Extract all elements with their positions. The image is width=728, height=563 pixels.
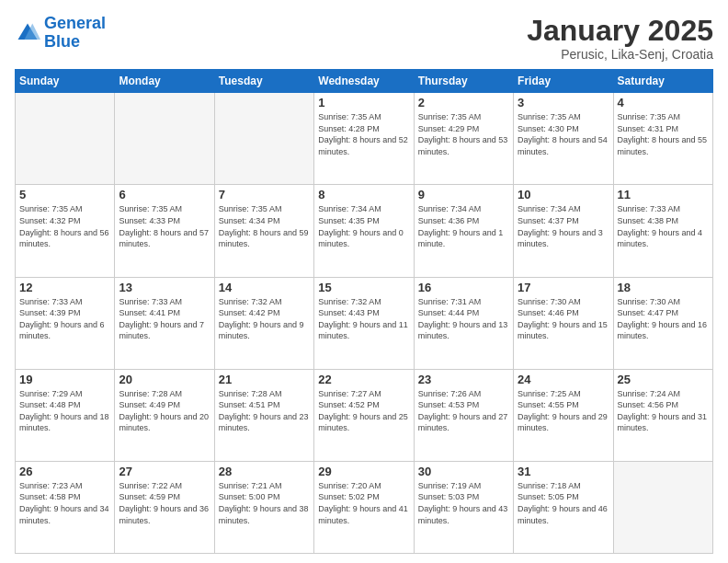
calendar-cell: 4Sunrise: 7:35 AM Sunset: 4:31 PM Daylig… — [613, 93, 712, 185]
day-number: 29 — [318, 465, 409, 478]
day-number: 2 — [418, 96, 509, 109]
day-info: Sunrise: 7:22 AM Sunset: 4:59 PM Dayligh… — [119, 480, 210, 526]
day-info: Sunrise: 7:30 AM Sunset: 4:47 PM Dayligh… — [618, 296, 709, 342]
logo-icon — [15, 20, 40, 46]
calendar-cell: 6Sunrise: 7:35 AM Sunset: 4:33 PM Daylig… — [115, 185, 214, 277]
calendar-cell: 2Sunrise: 7:35 AM Sunset: 4:29 PM Daylig… — [414, 93, 513, 185]
calendar-cell: 29Sunrise: 7:20 AM Sunset: 5:02 PM Dayli… — [314, 461, 414, 553]
calendar-cell: 10Sunrise: 7:34 AM Sunset: 4:37 PM Dayli… — [514, 185, 613, 277]
day-info: Sunrise: 7:35 AM Sunset: 4:30 PM Dayligh… — [518, 111, 609, 157]
day-info: Sunrise: 7:19 AM Sunset: 5:03 PM Dayligh… — [418, 480, 509, 526]
day-info: Sunrise: 7:32 AM Sunset: 4:42 PM Dayligh… — [219, 296, 310, 342]
calendar-cell — [115, 93, 214, 185]
day-info: Sunrise: 7:28 AM Sunset: 4:51 PM Dayligh… — [219, 388, 310, 434]
day-number: 3 — [518, 96, 609, 109]
calendar-week-row: 1Sunrise: 7:35 AM Sunset: 4:28 PM Daylig… — [16, 93, 713, 185]
calendar-cell: 27Sunrise: 7:22 AM Sunset: 4:59 PM Dayli… — [115, 461, 214, 553]
day-number: 1 — [318, 96, 409, 109]
calendar-cell: 22Sunrise: 7:27 AM Sunset: 4:52 PM Dayli… — [314, 369, 414, 461]
day-number: 11 — [618, 188, 709, 201]
calendar-cell: 26Sunrise: 7:23 AM Sunset: 4:58 PM Dayli… — [16, 461, 115, 553]
day-info: Sunrise: 7:34 AM Sunset: 4:36 PM Dayligh… — [418, 203, 509, 249]
calendar-cell: 30Sunrise: 7:19 AM Sunset: 5:03 PM Dayli… — [414, 461, 513, 553]
day-info: Sunrise: 7:33 AM Sunset: 4:41 PM Dayligh… — [119, 296, 210, 342]
day-info: Sunrise: 7:35 AM Sunset: 4:31 PM Dayligh… — [618, 111, 709, 157]
calendar-week-row: 19Sunrise: 7:29 AM Sunset: 4:48 PM Dayli… — [16, 369, 713, 461]
day-info: Sunrise: 7:20 AM Sunset: 5:02 PM Dayligh… — [318, 480, 409, 526]
calendar-cell: 8Sunrise: 7:34 AM Sunset: 4:35 PM Daylig… — [314, 185, 414, 277]
day-info: Sunrise: 7:32 AM Sunset: 4:43 PM Dayligh… — [318, 296, 409, 342]
day-number: 26 — [19, 465, 110, 478]
day-number: 30 — [418, 465, 509, 478]
day-info: Sunrise: 7:34 AM Sunset: 4:37 PM Dayligh… — [518, 203, 609, 249]
calendar-table: SundayMondayTuesdayWednesdayThursdayFrid… — [15, 69, 713, 554]
day-number: 22 — [318, 373, 409, 386]
calendar-col-header-tuesday: Tuesday — [214, 70, 313, 93]
day-number: 20 — [119, 373, 210, 386]
calendar-cell: 31Sunrise: 7:18 AM Sunset: 5:05 PM Dayli… — [514, 461, 613, 553]
day-number: 31 — [518, 465, 609, 478]
calendar-cell: 28Sunrise: 7:21 AM Sunset: 5:00 PM Dayli… — [214, 461, 313, 553]
calendar-col-header-saturday: Saturday — [613, 70, 712, 93]
day-number: 19 — [19, 373, 110, 386]
day-info: Sunrise: 7:30 AM Sunset: 4:46 PM Dayligh… — [518, 296, 609, 342]
calendar-cell: 20Sunrise: 7:28 AM Sunset: 4:49 PM Dayli… — [115, 369, 214, 461]
day-info: Sunrise: 7:29 AM Sunset: 4:48 PM Dayligh… — [19, 388, 110, 434]
calendar-cell: 25Sunrise: 7:24 AM Sunset: 4:56 PM Dayli… — [613, 369, 712, 461]
calendar-cell: 19Sunrise: 7:29 AM Sunset: 4:48 PM Dayli… — [16, 369, 115, 461]
calendar-col-header-friday: Friday — [514, 70, 613, 93]
day-number: 21 — [219, 373, 310, 386]
calendar-cell: 1Sunrise: 7:35 AM Sunset: 4:28 PM Daylig… — [314, 93, 414, 185]
day-number: 15 — [318, 281, 409, 294]
calendar-header-row: SundayMondayTuesdayWednesdayThursdayFrid… — [16, 70, 713, 93]
day-info: Sunrise: 7:31 AM Sunset: 4:44 PM Dayligh… — [418, 296, 509, 342]
calendar-week-row: 12Sunrise: 7:33 AM Sunset: 4:39 PM Dayli… — [16, 277, 713, 369]
calendar-cell: 9Sunrise: 7:34 AM Sunset: 4:36 PM Daylig… — [414, 185, 513, 277]
day-number: 8 — [318, 188, 409, 201]
calendar-week-row: 5Sunrise: 7:35 AM Sunset: 4:32 PM Daylig… — [16, 185, 713, 277]
day-info: Sunrise: 7:23 AM Sunset: 4:58 PM Dayligh… — [19, 480, 110, 526]
calendar-cell: 21Sunrise: 7:28 AM Sunset: 4:51 PM Dayli… — [214, 369, 313, 461]
day-number: 9 — [418, 188, 509, 201]
day-number: 13 — [119, 281, 210, 294]
day-number: 4 — [618, 96, 709, 109]
day-info: Sunrise: 7:35 AM Sunset: 4:33 PM Dayligh… — [119, 203, 210, 249]
month-title: January 2025 — [527, 15, 713, 47]
day-info: Sunrise: 7:34 AM Sunset: 4:35 PM Dayligh… — [318, 203, 409, 249]
day-number: 5 — [19, 188, 110, 201]
calendar-cell: 15Sunrise: 7:32 AM Sunset: 4:43 PM Dayli… — [314, 277, 414, 369]
day-info: Sunrise: 7:33 AM Sunset: 4:38 PM Dayligh… — [618, 203, 709, 249]
day-number: 14 — [219, 281, 310, 294]
calendar-cell: 18Sunrise: 7:30 AM Sunset: 4:47 PM Dayli… — [613, 277, 712, 369]
day-number: 7 — [219, 188, 310, 201]
page: GeneralBlue January 2025 Perusic, Lika-S… — [0, 0, 728, 563]
day-info: Sunrise: 7:26 AM Sunset: 4:53 PM Dayligh… — [418, 388, 509, 434]
day-info: Sunrise: 7:24 AM Sunset: 4:56 PM Dayligh… — [618, 388, 709, 434]
day-number: 28 — [219, 465, 310, 478]
calendar-col-header-monday: Monday — [115, 70, 214, 93]
day-number: 10 — [518, 188, 609, 201]
calendar-cell: 11Sunrise: 7:33 AM Sunset: 4:38 PM Dayli… — [613, 185, 712, 277]
day-info: Sunrise: 7:28 AM Sunset: 4:49 PM Dayligh… — [119, 388, 210, 434]
day-number: 17 — [518, 281, 609, 294]
day-number: 23 — [418, 373, 509, 386]
calendar-cell — [16, 93, 115, 185]
calendar-col-header-thursday: Thursday — [414, 70, 513, 93]
day-number: 6 — [119, 188, 210, 201]
calendar-cell: 5Sunrise: 7:35 AM Sunset: 4:32 PM Daylig… — [16, 185, 115, 277]
calendar-col-header-sunday: Sunday — [16, 70, 115, 93]
day-number: 18 — [618, 281, 709, 294]
day-info: Sunrise: 7:33 AM Sunset: 4:39 PM Dayligh… — [19, 296, 110, 342]
day-info: Sunrise: 7:35 AM Sunset: 4:29 PM Dayligh… — [418, 111, 509, 157]
day-info: Sunrise: 7:21 AM Sunset: 5:00 PM Dayligh… — [219, 480, 310, 526]
day-number: 12 — [19, 281, 110, 294]
logo-text: GeneralBlue — [44, 15, 106, 52]
calendar-cell: 23Sunrise: 7:26 AM Sunset: 4:53 PM Dayli… — [414, 369, 513, 461]
logo: GeneralBlue — [15, 15, 106, 52]
calendar-cell: 3Sunrise: 7:35 AM Sunset: 4:30 PM Daylig… — [514, 93, 613, 185]
header: GeneralBlue January 2025 Perusic, Lika-S… — [15, 15, 713, 62]
day-info: Sunrise: 7:35 AM Sunset: 4:32 PM Dayligh… — [19, 203, 110, 249]
day-number: 16 — [418, 281, 509, 294]
calendar-cell: 14Sunrise: 7:32 AM Sunset: 4:42 PM Dayli… — [214, 277, 313, 369]
calendar-cell: 16Sunrise: 7:31 AM Sunset: 4:44 PM Dayli… — [414, 277, 513, 369]
